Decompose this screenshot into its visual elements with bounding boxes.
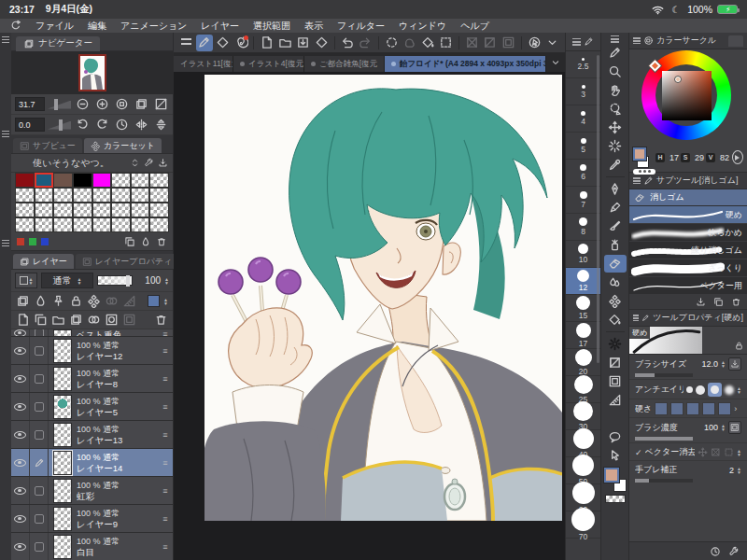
- brush-size-item[interactable]: 10: [566, 241, 600, 268]
- mini-swatch-blue[interactable]: [41, 238, 49, 245]
- colorset-import-icon[interactable]: [158, 158, 168, 168]
- foreground-background-swatches[interactable]: [604, 468, 627, 492]
- zoom-value-input[interactable]: 31.7: [15, 97, 45, 111]
- deselect-button[interactable]: [383, 35, 401, 51]
- vector-erase-checkbox[interactable]: ✓: [635, 448, 642, 457]
- swatch-color[interactable]: [73, 173, 92, 188]
- visibility-eye-icon[interactable]: [11, 393, 30, 420]
- brush-size-item[interactable]: 7: [566, 187, 600, 214]
- layer-thumbnail[interactable]: [53, 479, 72, 503]
- export-button[interactable]: [313, 35, 331, 51]
- swatch-empty[interactable]: [15, 203, 35, 217]
- zoom-fit-button[interactable]: [113, 96, 130, 113]
- panel-menu-icon[interactable]: [2, 36, 9, 43]
- new-canvas-button[interactable]: [258, 35, 275, 51]
- hardness-expand-icon[interactable]: ›: [734, 404, 737, 413]
- layer-color-chip[interactable]: ▲▼: [15, 273, 37, 288]
- navigator-tab[interactable]: ナビゲーター: [16, 36, 100, 51]
- navigator-thumbnail[interactable]: [78, 54, 106, 91]
- rotation-value-input[interactable]: 0.0: [15, 118, 45, 132]
- visibility-eye-icon[interactable]: [11, 505, 30, 532]
- ruler-layer-icon[interactable]: [122, 294, 136, 308]
- navigator-preview-area[interactable]: [11, 51, 173, 94]
- layer-menu-icon[interactable]: ≡: [158, 458, 173, 468]
- layer-menu-icon[interactable]: ≡: [158, 542, 173, 552]
- flip-horizontal-button[interactable]: [133, 117, 149, 133]
- brush-size-item[interactable]: 20: [566, 349, 600, 376]
- tool-object-select[interactable]: [604, 447, 627, 465]
- tool-decoration[interactable]: [604, 292, 627, 310]
- subtool-item-selected[interactable]: 硬め: [629, 206, 747, 224]
- menu-file[interactable]: ファイル: [35, 20, 74, 33]
- frame-button[interactable]: [500, 35, 517, 51]
- layer-menu-icon[interactable]: ≡: [158, 430, 173, 440]
- layer-color-stepper[interactable]: ▲▼: [163, 298, 168, 305]
- hardness-step[interactable]: [670, 402, 684, 415]
- color-wheel-area[interactable]: [629, 49, 747, 143]
- visibility-eye-icon[interactable]: [11, 337, 30, 364]
- tool-gradient[interactable]: [604, 354, 627, 371]
- subtool-group-eraser[interactable]: 消しゴム: [629, 189, 747, 206]
- brush-size-item[interactable]: 6: [566, 160, 600, 187]
- tool-strip-menu-icon[interactable]: [611, 35, 619, 43]
- swatch-empty[interactable]: [111, 217, 131, 232]
- swatch-empty[interactable]: [35, 188, 54, 203]
- tool-ruler[interactable]: [604, 391, 627, 409]
- antialias-weak-option[interactable]: [696, 385, 705, 395]
- hardness-step[interactable]: [655, 402, 668, 415]
- tool-eraser-selected[interactable]: [604, 255, 627, 273]
- tool-operation[interactable]: [604, 335, 627, 353]
- fit-screen-button[interactable]: [152, 96, 169, 113]
- swatch-empty[interactable]: [73, 188, 92, 203]
- blend-mode-select[interactable]: 通常▲▼: [41, 273, 93, 288]
- brush-size-item[interactable]: 17: [566, 322, 600, 349]
- zoom-slider[interactable]: [48, 99, 71, 110]
- save-button[interactable]: [294, 35, 312, 51]
- transfer-layer-icon[interactable]: [69, 313, 83, 327]
- color-mode-icon[interactable]: [732, 150, 743, 164]
- layer-thumbnail[interactable]: [53, 451, 72, 475]
- delete-subtool-icon[interactable]: [731, 297, 741, 307]
- panel-menu-icon[interactable]: [2, 131, 9, 137]
- duplicate-subtool-icon[interactable]: [713, 297, 724, 307]
- swatch-empty[interactable]: [111, 203, 131, 217]
- layer-checkbox[interactable]: [30, 477, 49, 504]
- visibility-eye-icon[interactable]: [11, 533, 30, 560]
- layer-color-badge[interactable]: [148, 295, 160, 307]
- brush-size-item[interactable]: 30: [566, 403, 600, 430]
- menu-view[interactable]: 表示: [304, 20, 323, 33]
- zoom-out-button[interactable]: [74, 96, 91, 113]
- swatch-empty[interactable]: [53, 217, 73, 232]
- open-file-button[interactable]: [276, 35, 294, 51]
- brush-size-item[interactable]: 15: [566, 295, 600, 322]
- vector-erase-touch-icon[interactable]: [698, 447, 708, 457]
- swatch-empty[interactable]: [53, 203, 73, 217]
- menu-layer[interactable]: レイヤー: [201, 20, 239, 33]
- brush-size-item[interactable]: 8: [566, 214, 600, 241]
- panel-menu-icon[interactable]: [2, 240, 9, 246]
- tool-pencil[interactable]: [604, 199, 627, 217]
- layer-menu-icon[interactable]: ≡: [158, 486, 173, 496]
- stabilization-slider[interactable]: [635, 479, 693, 483]
- layer-thumbnail[interactable]: [53, 329, 72, 337]
- mini-foreground-swatch[interactable]: [633, 147, 646, 161]
- layer-checkbox[interactable]: [30, 329, 49, 336]
- layer-row[interactable]: 100 % 通常虹彩 ≡: [11, 477, 173, 505]
- saturation-value-square[interactable]: [662, 71, 712, 120]
- rotation-slider[interactable]: [48, 119, 71, 131]
- swatch-color[interactable]: [53, 173, 73, 188]
- reset-rotation-button[interactable]: [113, 117, 130, 133]
- visibility-eye-icon[interactable]: [11, 365, 30, 392]
- tab-colorset[interactable]: カラーセット: [84, 138, 162, 153]
- clear-button[interactable]: [463, 35, 481, 51]
- fill-button[interactable]: [419, 35, 437, 51]
- vector-erase-stepper[interactable]: ▲▼: [737, 449, 741, 456]
- brush-size-item[interactable]: 40: [566, 430, 600, 457]
- swatch-empty[interactable]: [73, 203, 92, 217]
- antialias-stepper[interactable]: ▲▼: [737, 386, 741, 394]
- colorset-switch-icon[interactable]: [130, 158, 140, 168]
- hardness-step[interactable]: [718, 402, 731, 415]
- tool-rotate-view[interactable]: [604, 100, 627, 118]
- tool-zoom[interactable]: [604, 63, 627, 80]
- brush-size-value[interactable]: 12.0: [702, 359, 719, 369]
